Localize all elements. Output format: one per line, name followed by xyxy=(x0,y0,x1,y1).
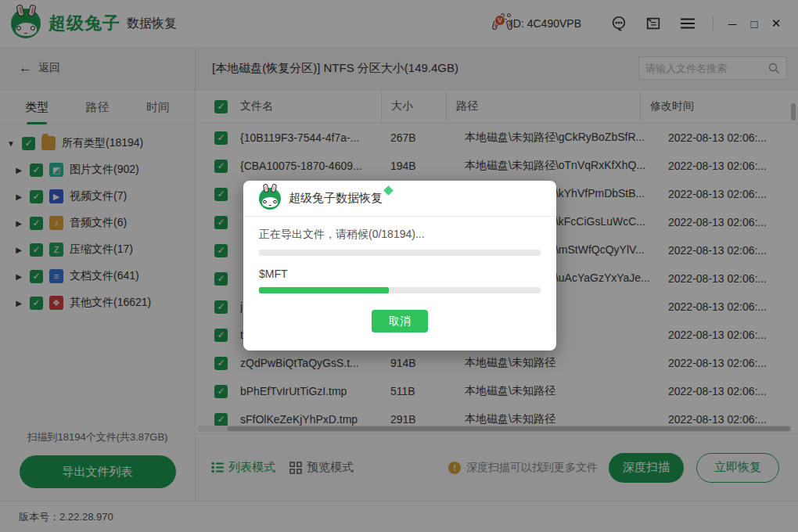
rabbit-logo-icon xyxy=(259,188,281,210)
cancel-button[interactable]: 取消 xyxy=(372,310,428,332)
dialog-title: 超级兔子数据恢复 xyxy=(289,191,383,206)
current-file-progress-fill xyxy=(259,287,389,293)
overall-progress-bar xyxy=(259,250,541,256)
app-window: 超级兔子 数据恢复 V ID: 4C490VPB xyxy=(0,0,798,532)
export-status-text: 正在导出文件，请稍候(0/18194)... xyxy=(259,228,541,242)
diamond-decoration-icon xyxy=(383,185,394,196)
current-file-progress-bar xyxy=(259,287,541,293)
current-file-name: $MFT xyxy=(259,268,541,280)
export-progress-dialog: 超级兔子数据恢复 正在导出文件，请稍候(0/18194)... $MFT 取消 xyxy=(243,181,556,350)
